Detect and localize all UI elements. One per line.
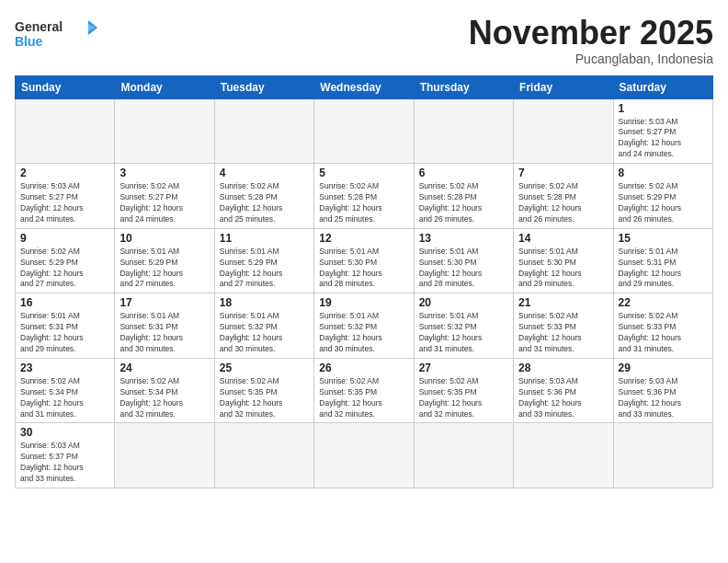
- calendar-cell: 4Sunrise: 5:02 AM Sunset: 5:28 PM Daylig…: [214, 164, 313, 229]
- calendar-cell: [314, 98, 414, 164]
- calendar-cell: 14Sunrise: 5:01 AM Sunset: 5:30 PM Dayli…: [514, 228, 613, 293]
- calendar-cell: 3Sunrise: 5:02 AM Sunset: 5:27 PM Daylig…: [115, 164, 214, 229]
- day-number: 13: [419, 232, 508, 245]
- day-info: Sunrise: 5:03 AM Sunset: 5:36 PM Dayligh…: [619, 376, 708, 420]
- day-number: 2: [20, 167, 109, 179]
- calendar-cell: [514, 423, 613, 488]
- col-tuesday: Tuesday: [214, 75, 313, 98]
- day-info: Sunrise: 5:02 AM Sunset: 5:34 PM Dayligh…: [119, 376, 209, 420]
- calendar-cell: [214, 98, 313, 164]
- calendar-cell: [214, 423, 313, 488]
- day-info: Sunrise: 5:02 AM Sunset: 5:28 PM Dayligh…: [419, 181, 508, 225]
- col-saturday: Saturday: [613, 75, 712, 98]
- calendar-cell: 21Sunrise: 5:02 AM Sunset: 5:33 PM Dayli…: [514, 293, 613, 359]
- calendar-cell: 23Sunrise: 5:02 AM Sunset: 5:34 PM Dayli…: [16, 358, 115, 423]
- calendar-cell: 24Sunrise: 5:02 AM Sunset: 5:34 PM Dayli…: [115, 358, 214, 423]
- calendar-cell: [414, 98, 513, 164]
- logo-svg: General Blue: [15, 15, 97, 52]
- day-info: Sunrise: 5:01 AM Sunset: 5:31 PM Dayligh…: [619, 247, 708, 291]
- page: General Blue November 2025 Pucanglaban, …: [0, 0, 728, 563]
- calendar-cell: 8Sunrise: 5:02 AM Sunset: 5:29 PM Daylig…: [613, 164, 712, 229]
- calendar-cell: 6Sunrise: 5:02 AM Sunset: 5:28 PM Daylig…: [414, 164, 513, 229]
- day-info: Sunrise: 5:01 AM Sunset: 5:31 PM Dayligh…: [119, 311, 209, 355]
- day-number: 11: [220, 232, 309, 245]
- day-info: Sunrise: 5:02 AM Sunset: 5:28 PM Dayligh…: [220, 181, 309, 225]
- day-number: 28: [518, 362, 608, 374]
- title-block: November 2025 Pucanglaban, Indonesia: [469, 15, 713, 66]
- day-info: Sunrise: 5:02 AM Sunset: 5:33 PM Dayligh…: [518, 311, 608, 355]
- col-thursday: Thursday: [414, 75, 513, 98]
- day-number: 6: [419, 167, 508, 179]
- day-number: 30: [20, 426, 109, 439]
- col-monday: Monday: [115, 75, 214, 98]
- day-number: 12: [319, 232, 408, 245]
- day-info: Sunrise: 5:01 AM Sunset: 5:31 PM Dayligh…: [20, 311, 109, 355]
- day-info: Sunrise: 5:02 AM Sunset: 5:33 PM Dayligh…: [619, 311, 708, 355]
- day-number: 26: [319, 362, 408, 374]
- calendar-cell: 11Sunrise: 5:01 AM Sunset: 5:29 PM Dayli…: [214, 228, 313, 293]
- calendar-cell: 7Sunrise: 5:02 AM Sunset: 5:28 PM Daylig…: [514, 164, 613, 229]
- day-info: Sunrise: 5:03 AM Sunset: 5:27 PM Dayligh…: [20, 181, 109, 225]
- location: Pucanglaban, Indonesia: [469, 52, 713, 66]
- day-info: Sunrise: 5:02 AM Sunset: 5:35 PM Dayligh…: [419, 376, 508, 420]
- day-number: 23: [20, 362, 109, 374]
- calendar-cell: 22Sunrise: 5:02 AM Sunset: 5:33 PM Dayli…: [613, 293, 712, 359]
- day-info: Sunrise: 5:02 AM Sunset: 5:29 PM Dayligh…: [20, 247, 109, 291]
- svg-text:Blue: Blue: [15, 34, 43, 49]
- day-info: Sunrise: 5:01 AM Sunset: 5:30 PM Dayligh…: [319, 247, 408, 291]
- day-number: 22: [619, 296, 708, 309]
- day-info: Sunrise: 5:02 AM Sunset: 5:35 PM Dayligh…: [220, 376, 309, 420]
- day-number: 3: [119, 167, 209, 179]
- day-info: Sunrise: 5:01 AM Sunset: 5:32 PM Dayligh…: [220, 311, 309, 355]
- calendar-cell: 17Sunrise: 5:01 AM Sunset: 5:31 PM Dayli…: [115, 293, 214, 359]
- day-info: Sunrise: 5:01 AM Sunset: 5:29 PM Dayligh…: [119, 247, 209, 291]
- calendar-cell: 5Sunrise: 5:02 AM Sunset: 5:28 PM Daylig…: [314, 164, 414, 229]
- calendar-cell: 2Sunrise: 5:03 AM Sunset: 5:27 PM Daylig…: [16, 164, 115, 229]
- month-title: November 2025: [469, 15, 713, 52]
- col-friday: Friday: [514, 75, 613, 98]
- day-info: Sunrise: 5:02 AM Sunset: 5:28 PM Dayligh…: [518, 181, 608, 225]
- calendar-cell: 26Sunrise: 5:02 AM Sunset: 5:35 PM Dayli…: [314, 358, 414, 423]
- day-number: 18: [220, 296, 309, 309]
- day-number: 21: [518, 296, 608, 309]
- day-number: 9: [20, 232, 109, 245]
- calendar-cell: [115, 98, 214, 164]
- calendar-cell: 9Sunrise: 5:02 AM Sunset: 5:29 PM Daylig…: [16, 228, 115, 293]
- day-info: Sunrise: 5:01 AM Sunset: 5:29 PM Dayligh…: [220, 247, 309, 291]
- calendar-table: Sunday Monday Tuesday Wednesday Thursday…: [15, 75, 713, 488]
- calendar-cell: 13Sunrise: 5:01 AM Sunset: 5:30 PM Dayli…: [414, 228, 513, 293]
- day-number: 17: [119, 296, 209, 309]
- day-number: 19: [319, 296, 408, 309]
- calendar-cell: 12Sunrise: 5:01 AM Sunset: 5:30 PM Dayli…: [314, 228, 414, 293]
- day-number: 27: [419, 362, 508, 374]
- day-number: 10: [119, 232, 209, 245]
- calendar-cell: 15Sunrise: 5:01 AM Sunset: 5:31 PM Dayli…: [613, 228, 712, 293]
- calendar-cell: [115, 423, 214, 488]
- calendar-cell: 16Sunrise: 5:01 AM Sunset: 5:31 PM Dayli…: [16, 293, 115, 359]
- calendar-cell: [414, 423, 513, 488]
- day-number: 1: [619, 102, 708, 115]
- calendar-cell: 18Sunrise: 5:01 AM Sunset: 5:32 PM Dayli…: [214, 293, 313, 359]
- day-number: 7: [518, 167, 608, 179]
- col-wednesday: Wednesday: [314, 75, 414, 98]
- day-number: 20: [419, 296, 508, 309]
- col-sunday: Sunday: [16, 75, 115, 98]
- calendar-cell: [514, 98, 613, 164]
- day-number: 4: [220, 167, 309, 179]
- day-info: Sunrise: 5:03 AM Sunset: 5:37 PM Dayligh…: [20, 441, 109, 485]
- calendar-cell: 1Sunrise: 5:03 AM Sunset: 5:27 PM Daylig…: [613, 98, 712, 164]
- day-number: 29: [619, 362, 708, 374]
- header: General Blue November 2025 Pucanglaban, …: [15, 15, 713, 66]
- day-number: 24: [119, 362, 209, 374]
- day-info: Sunrise: 5:02 AM Sunset: 5:29 PM Dayligh…: [619, 181, 708, 225]
- day-info: Sunrise: 5:01 AM Sunset: 5:32 PM Dayligh…: [319, 311, 408, 355]
- logo: General Blue: [15, 15, 97, 52]
- day-info: Sunrise: 5:02 AM Sunset: 5:34 PM Dayligh…: [20, 376, 109, 420]
- calendar-cell: 29Sunrise: 5:03 AM Sunset: 5:36 PM Dayli…: [613, 358, 712, 423]
- day-info: Sunrise: 5:02 AM Sunset: 5:28 PM Dayligh…: [319, 181, 408, 225]
- calendar-cell: 19Sunrise: 5:01 AM Sunset: 5:32 PM Dayli…: [314, 293, 414, 359]
- day-info: Sunrise: 5:02 AM Sunset: 5:35 PM Dayligh…: [319, 376, 408, 420]
- day-info: Sunrise: 5:01 AM Sunset: 5:32 PM Dayligh…: [419, 311, 508, 355]
- calendar-cell: 28Sunrise: 5:03 AM Sunset: 5:36 PM Dayli…: [514, 358, 613, 423]
- calendar-cell: [314, 423, 414, 488]
